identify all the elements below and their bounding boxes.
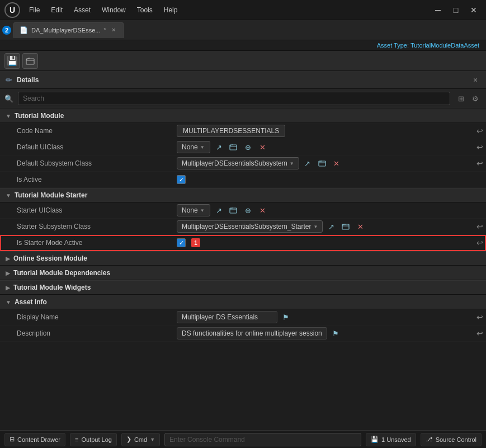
default-subsystem-dropdown[interactable]: MultiplayerDSEssentialsSubsystem ▼ [177,157,299,169]
navigate-uiclass-button[interactable]: ↗ [213,141,225,153]
menu-asset[interactable]: Asset [69,5,95,15]
source-control-icon: ⎇ [426,436,433,443]
checkmark-icon: ✓ [179,176,184,183]
browse-uiclass-button[interactable] [227,141,239,153]
section-label-starter: Tutorial Module Starter [15,191,87,199]
display-name-flag-button[interactable]: ⚑ [280,311,292,323]
clear-uiclass-button[interactable]: ✕ [256,141,268,153]
prop-display-name: Display Name Multiplayer DS Essentials ⚑… [0,309,486,326]
tab-label: DA_MultiplayerDSEsse... [31,27,101,34]
save-status-icon: 💾 [371,436,379,443]
ue-logo: U [4,2,20,18]
section-label-asset-info: Asset Info [15,298,47,306]
starter-subsystem-dropdown[interactable]: MultiplayerDSEssentialsSubsystem_Starter… [177,220,323,233]
panel-title: Details [17,76,466,84]
section-arrow-online [6,256,10,262]
menu-help[interactable]: Help [159,5,182,15]
default-uiclass-dropdown[interactable]: None ▼ [177,141,210,153]
prop-code-name: Code Name MULTIPLAYERDSESSENTIALS ↩ [0,123,486,139]
prop-label-starter-subsystem: Starter Subsystem Class [0,220,173,233]
section-label-online: Online Session Module [13,254,87,262]
add-uiclass-button[interactable]: ⊕ [242,141,254,153]
log-icon: ≡ [75,436,78,443]
clear-starter-uiclass-button[interactable]: ✕ [256,204,268,216]
save-button[interactable]: 💾 [4,53,20,69]
starter-mode-badge: 1 [191,238,200,247]
main-tab[interactable]: 📄 DA_MultiplayerDSEsse... * ✕ [13,22,124,38]
clear-starter-subsystem-button[interactable]: ✕ [354,220,366,233]
is-active-checkbox[interactable]: ✓ [177,175,186,184]
reset-subsystem-button[interactable]: ↩ [474,157,486,169]
reset-uiclass-button[interactable]: ↩ [474,141,486,153]
details-panel: ✏ Details × 🔍 ⊞ ⚙ Tutorial Module Code N… [0,71,486,430]
prop-starter-uiclass: Starter UIClass None ▼ ↗ ⊕ ✕ [0,202,486,219]
prop-label-starter-uiclass: Starter UIClass [0,204,173,216]
drawer-icon: ⊟ [10,436,15,443]
panel-header: ✏ Details × [0,71,486,89]
search-input[interactable] [18,92,450,105]
console-input[interactable] [164,433,361,446]
asset-type-value[interactable]: TutorialModuleDataAsset [410,42,479,49]
menu-file[interactable]: File [25,5,44,15]
prop-starter-subsystem: Starter Subsystem Class MultiplayerDSEss… [0,219,486,235]
cmd-arrow-icon: ▼ [150,437,155,442]
settings-button[interactable]: ⚙ [469,92,482,105]
section-arrow-starter [6,192,11,199]
section-label-widgets: Tutorial Module Widgets [13,284,91,291]
section-widgets[interactable]: Tutorial Module Widgets [0,280,486,295]
add-starter-uiclass-button[interactable]: ⊕ [242,204,254,216]
tab-modified: * [104,27,106,34]
menu-tools[interactable]: Tools [133,5,157,15]
tab-bar: 2 📄 DA_MultiplayerDSEsse... * ✕ [0,20,486,40]
section-arrow-asset-info [6,299,11,305]
svg-rect-0 [26,59,34,64]
clear-subsystem-button[interactable]: ✕ [331,157,343,169]
is-starter-mode-active-checkbox[interactable]: ✓ [177,238,186,247]
minimize-button[interactable]: ─ [430,4,446,16]
starter-uiclass-dropdown[interactable]: None ▼ [177,204,210,216]
terminal-icon: ❯ [126,436,131,443]
browse-starter-subsystem-button[interactable] [339,220,352,233]
prop-label-is-active: Is Active [0,173,173,186]
prop-default-subsystem: Default Subsystem Class MultiplayerDSEss… [0,155,486,172]
cmd-button[interactable]: ❯ Cmd ▼ [121,433,160,446]
prop-label-default-subsystem: Default Subsystem Class [0,157,173,169]
content-drawer-button[interactable]: ⊟ Content Drawer [4,433,65,446]
section-label-tutorial-module: Tutorial Module [15,112,64,120]
prop-value-starter-subsystem: MultiplayerDSEssentialsSubsystem_Starter… [173,219,474,234]
menu-edit[interactable]: Edit [46,5,67,15]
prop-label-description: Description [0,327,173,339]
navigate-subsystem-button[interactable]: ↗ [301,157,314,169]
menu-window[interactable]: Window [97,5,130,15]
source-control-button[interactable]: ⎇ Source Control [421,433,482,446]
section-tutorial-module[interactable]: Tutorial Module [0,109,486,123]
prop-is-active: Is Active ✓ [0,172,486,188]
output-log-button[interactable]: ≡ Output Log [70,433,117,446]
browse-subsystem-button[interactable] [316,157,328,169]
close-button[interactable]: ✕ [466,4,482,16]
section-online-session[interactable]: Online Session Module [0,251,486,266]
search-bar: 🔍 ⊞ ⚙ [0,89,486,109]
section-asset-info[interactable]: Asset Info [0,295,486,309]
reset-code-name-button[interactable]: ↩ [474,125,486,137]
tab-badge: 2 [2,26,11,35]
tab-close-button[interactable]: ✕ [110,26,117,34]
browse-button[interactable] [22,53,38,69]
prop-value-code-name: MULTIPLAYERDSESSENTIALS [173,123,474,139]
unsaved-button[interactable]: 💾 1 Unsaved [366,433,416,446]
panel-actions: ⊞ ⚙ [455,92,482,105]
reset-starter-subsystem-button[interactable]: ↩ [474,220,486,233]
section-dependencies[interactable]: Tutorial Module Dependencies [0,266,486,280]
reset-starter-mode-button[interactable]: ↩ [474,237,486,249]
maximize-button[interactable]: □ [448,4,464,16]
browse-starter-uiclass-button[interactable] [227,204,239,216]
description-flag-button[interactable]: ⚑ [329,327,342,339]
grid-view-button[interactable]: ⊞ [455,92,467,105]
reset-description-button[interactable]: ↩ [474,327,486,339]
section-tutorial-module-starter[interactable]: Tutorial Module Starter [0,188,486,202]
window-controls: ─ □ ✕ [430,4,482,16]
navigate-starter-subsystem-button[interactable]: ↗ [325,220,337,233]
panel-close-button[interactable]: × [470,75,480,85]
navigate-starter-uiclass-button[interactable]: ↗ [213,204,225,216]
reset-display-name-button[interactable]: ↩ [474,311,486,323]
